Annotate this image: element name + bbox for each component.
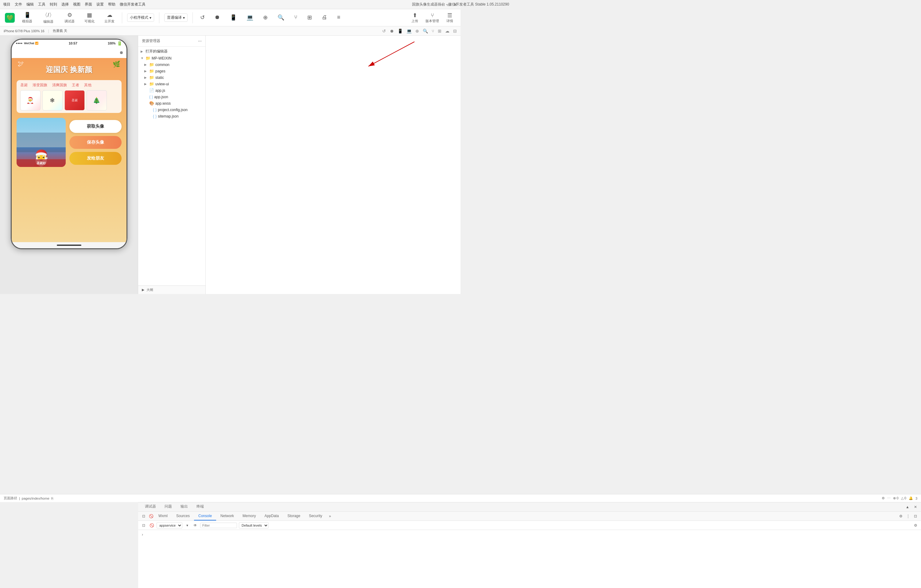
phone-small-icon[interactable]: 📱 (397, 29, 403, 33)
visible-button[interactable]: ▦ 可视化 (82, 10, 97, 25)
menu-project[interactable]: 项目 (3, 2, 10, 7)
menu-goto[interactable]: 转到 (50, 2, 57, 7)
menu-view[interactable]: 视图 (73, 2, 80, 7)
app-logo: 💚 (5, 13, 15, 23)
search-small-icon[interactable]: 🔍 (423, 29, 428, 33)
compile-dropdown[interactable]: 普通编译 ▾ (164, 13, 187, 22)
tab-king[interactable]: 王者 (72, 83, 79, 88)
version-button[interactable]: ⑂ 版本管理 (423, 11, 441, 24)
tree-item-common[interactable]: ▶ 📁 common (138, 62, 205, 68)
phone-icon: 📱 (230, 14, 237, 21)
root-folder[interactable]: ▼ 📁 MP-WEIXIN (138, 55, 205, 62)
save-avatar-button[interactable]: 保存头像 (69, 136, 122, 149)
menu-tools[interactable]: 工具 (38, 2, 46, 7)
debugger-button[interactable]: ⚙ 调试器 (62, 10, 77, 25)
banner-area: 🕊 🌿 迎国庆 换新颜 (12, 58, 127, 80)
stop-button[interactable]: ⏺ (212, 13, 223, 23)
record-icon[interactable]: ⏺ (390, 29, 394, 33)
version-icon: ⑂ (431, 12, 434, 19)
tab-clean-flag[interactable]: 清爽国旗 (52, 83, 67, 88)
title-bar: 项目 文件 编辑 工具 转到 选择 视图 界面 设置 帮助 微信开发者工具 国旗… (0, 0, 460, 9)
git-button[interactable]: ⑂ (292, 13, 300, 23)
hot-reload-toggle[interactable]: 热重载 关 (53, 29, 67, 33)
wechat-nav: ⏺ (12, 47, 127, 58)
branch-small-icon[interactable]: ⑂ (432, 29, 434, 33)
get-avatar-button[interactable]: 获取头像 (69, 120, 122, 133)
menu-select[interactable]: 选择 (62, 2, 69, 7)
branch-button[interactable]: ⊞ (305, 13, 314, 23)
menu-wechat-dev[interactable]: 微信开发者工具 (120, 2, 145, 7)
thumb-card-1[interactable]: 🎅 (20, 90, 41, 110)
menu-edit[interactable]: 编辑 (26, 2, 34, 7)
tab-other[interactable]: 其他 (84, 83, 91, 88)
action-buttons: 获取头像 保存头像 发给朋友 (69, 120, 122, 165)
visible-icon: ▦ (87, 12, 92, 18)
tree-item-app-wxss[interactable]: ▶ 🎨 app.wxss (138, 100, 205, 107)
mode-dropdown[interactable]: 小程序模式 ▾ (127, 13, 154, 22)
tree-item-app-json[interactable]: ▶ { } app.json (138, 94, 205, 100)
mode-label: 小程序模式 (130, 15, 148, 20)
phone-time: 10:57 (69, 41, 77, 45)
tree-item-uview-ui[interactable]: ▶ 📁 uview-ui (138, 81, 205, 87)
uview-ui-label: uview-ui (155, 82, 203, 86)
tree-item-app-js[interactable]: ▶ 📄 app.js (138, 87, 205, 94)
tab-gradient-flag[interactable]: 渐变国旗 (33, 83, 47, 88)
upload-button[interactable]: ⬆ 上传 (409, 11, 421, 24)
layout-icon[interactable]: ⊟ (453, 29, 457, 33)
thumb-2-inner: ❄ (43, 91, 62, 110)
cloud-small-icon[interactable]: ☁ (445, 29, 449, 33)
toolbar-sep-2 (159, 12, 159, 23)
outline-arrow: ▶ (142, 288, 144, 292)
editor-button[interactable]: 〈/〉 编辑器 (40, 10, 57, 25)
device-selector[interactable]: iPhone 6/7/8 Plus 100% 16 (4, 29, 44, 33)
tree-item-project-config[interactable]: ▶ { } project.config.json (138, 107, 205, 113)
tablet-button[interactable]: 💻 (244, 13, 256, 23)
git-icon: ⑂ (294, 14, 298, 21)
uview-ui-folder-icon: 📁 (149, 82, 154, 86)
thumb-card-3[interactable]: 圣诞 (65, 90, 85, 110)
menu-settings[interactable]: 设置 (96, 2, 104, 7)
file-panel-header: 资源管理器 ⋯ (138, 36, 205, 47)
detail-button[interactable]: ☰ 详情 (444, 11, 456, 24)
search-button[interactable]: 🔍 (275, 13, 287, 23)
tree-item-sitemap[interactable]: ▶ { } sitemap.json (138, 113, 205, 119)
refresh-button[interactable]: ↺ (198, 13, 207, 23)
clean-button[interactable]: 🖨 (319, 13, 330, 23)
menu-interface[interactable]: 界面 (85, 2, 92, 7)
editor-area (206, 36, 460, 294)
grid-small-icon[interactable]: ⊞ (438, 29, 441, 33)
thumb-card-2[interactable]: ❄ (42, 90, 63, 110)
copy-small-icon[interactable]: ⊕ (415, 29, 419, 33)
menu-file[interactable]: 文件 (15, 2, 22, 7)
phone-button[interactable]: 📱 (228, 13, 239, 23)
svg-line-1 (368, 42, 415, 66)
thumb-4-inner: 🎄 (87, 91, 107, 110)
file-tree: ▶ 打开的编辑器 ▼ 📁 MP-WEIXIN ▶ 📁 common ▶ 📁 pa… (138, 47, 205, 286)
tablet-small-icon[interactable]: 💻 (407, 29, 412, 33)
tab-xmas[interactable]: 圣诞 (20, 83, 28, 88)
clean-icon: 🖨 (322, 14, 327, 21)
compile-dropdown-arrow: ▾ (183, 16, 185, 20)
tree-item-static[interactable]: ▶ 📁 static (138, 74, 205, 81)
menu-bar[interactable]: 项目 文件 编辑 工具 转到 选择 视图 界面 设置 帮助 微信开发者工具 (3, 2, 145, 7)
opened-editors-section[interactable]: ▶ 打开的编辑器 (138, 48, 205, 55)
rotate-icon[interactable]: ↺ (382, 29, 386, 33)
copy-button[interactable]: ⊕ (260, 13, 270, 23)
simulator-button[interactable]: 📱 模拟器 (20, 10, 35, 25)
upload-icon: ⬆ (413, 12, 417, 19)
common-label: common (155, 63, 203, 67)
debugger-icon: ⚙ (67, 12, 72, 18)
more2-button[interactable]: ≡ (335, 13, 343, 23)
file-panel-more[interactable]: ⋯ (198, 39, 202, 43)
cloud-label: 云开发 (104, 19, 114, 24)
more2-icon: ≡ (337, 14, 340, 21)
send-friend-button[interactable]: 发给朋友 (69, 152, 122, 165)
cloud-button[interactable]: ☁ 云开发 (102, 10, 117, 25)
tree-item-pages[interactable]: ▶ 📁 pages (138, 68, 205, 74)
thumb-card-4[interactable]: 🎄 (86, 90, 107, 110)
home-indicator (57, 245, 81, 246)
menu-help[interactable]: 帮助 (108, 2, 116, 7)
wechat-record-icon: ⏺ (119, 50, 124, 55)
root-arrow: ▼ (141, 57, 144, 60)
sub-toolbar: iPhone 6/7/8 Plus 100% 16 | 热重载 关 ↺ ⏺ 📱 … (0, 26, 460, 36)
